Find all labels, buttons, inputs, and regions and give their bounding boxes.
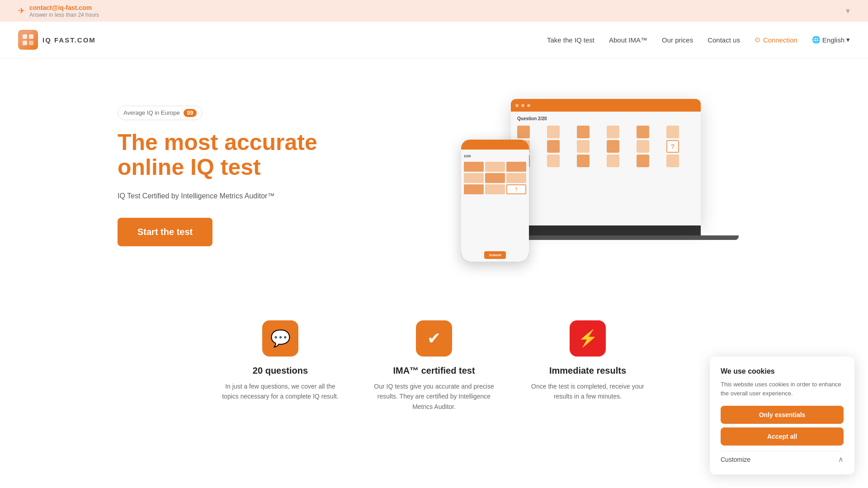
feature-card-certified: ✔ IMA™ certified test Our IQ tests give …	[371, 320, 497, 412]
feature-desc-results: Once the test is completed, receive your…	[524, 381, 651, 402]
cookie-essentials-button[interactable]: Only essentials	[721, 406, 844, 424]
globe-icon: 🌐	[812, 36, 821, 44]
email-icon: ✈	[18, 6, 25, 16]
phone-cell	[506, 162, 526, 172]
svg-rect-2	[23, 41, 27, 45]
navbar: IQ FAST.COM Take the IQ test About IMA™ …	[0, 22, 868, 58]
hero-image: Question 2/20	[335, 99, 850, 253]
grid-cell	[607, 155, 619, 167]
lang-chevron-icon: ▾	[846, 36, 850, 44]
top-bar-text: contact@iq-fast.com Answer in less than …	[29, 4, 99, 18]
topbar-dot-1	[515, 104, 519, 107]
laptop-base	[511, 225, 701, 235]
laptop-mockup: Question 2/20	[511, 99, 701, 240]
grid-cell-question: ?	[666, 140, 679, 153]
question-grid: ?	[517, 126, 694, 167]
phone-submit-btn: Submit	[484, 251, 505, 259]
feature-card-results: ⚡ Immediate results Once the test is com…	[524, 320, 651, 412]
grid-cell	[547, 155, 560, 167]
badge-number: 99	[184, 109, 197, 117]
phone-display: 2/20 ? Submit	[461, 140, 529, 262]
phone-cell	[485, 162, 505, 172]
connection-icon: ⊙	[755, 36, 760, 44]
laptop-topbar	[511, 99, 701, 112]
start-test-button[interactable]: Start the test	[118, 218, 212, 246]
nav-contact-us[interactable]: Contact us	[708, 36, 740, 44]
topbar-dot-3	[527, 104, 530, 107]
grid-cell	[577, 155, 590, 167]
grid-cell	[637, 140, 649, 153]
top-bar-contact: ✈ contact@iq-fast.com Answer in less tha…	[18, 4, 99, 18]
grid-cell	[607, 140, 619, 153]
phone-question-label: 2/20	[464, 154, 526, 158]
phone-cell-question: ?	[506, 184, 526, 194]
phone-cell	[464, 173, 484, 183]
cookie-title: We use cookies	[721, 367, 844, 375]
grid-cell	[666, 126, 679, 138]
email-link[interactable]: contact@iq-fast.com	[29, 4, 92, 11]
nav-take-iq-test[interactable]: Take the IQ test	[547, 36, 594, 44]
feature-title-questions: 20 questions	[253, 366, 308, 376]
laptop-screen: Question 2/20	[511, 99, 701, 225]
laptop-display: Question 2/20	[511, 99, 701, 225]
badge-label: Average IQ in Europe	[123, 109, 180, 116]
feature-title-certified: IMA™ certified test	[393, 366, 475, 376]
logo-icon	[18, 30, 38, 50]
cookie-desc: This website uses cookies in order to en…	[721, 380, 844, 398]
svg-rect-0	[23, 34, 27, 39]
language-selector[interactable]: 🌐 English ▾	[812, 36, 850, 44]
grid-cell	[517, 126, 530, 138]
feature-desc-certified: Our IQ tests give you accurate and preci…	[371, 381, 497, 412]
cookie-banner: We use cookies This website uses cookies…	[710, 357, 854, 430]
phone-cell	[485, 184, 505, 194]
cookie-accept-button[interactable]: Accept all	[721, 427, 844, 430]
feature-icon-results: ⚡	[570, 320, 606, 357]
phone-cell	[506, 173, 526, 183]
feature-title-results: Immediate results	[549, 366, 626, 376]
feature-card-questions: 💬 20 questions In just a few questions, …	[217, 320, 344, 412]
phone-content: 2/20 ? Submit	[461, 150, 529, 262]
nav-our-prices[interactable]: Our prices	[662, 36, 693, 44]
phone-mockup: 2/20 ? Submit	[461, 140, 529, 262]
feature-desc-questions: In just a few questions, we cover all th…	[217, 381, 344, 402]
grid-cell	[577, 140, 590, 153]
laptop-content: Question 2/20	[511, 112, 701, 225]
svg-rect-1	[29, 34, 33, 39]
nav-about-ima[interactable]: About IMA™	[609, 36, 647, 44]
phone-topbar	[461, 140, 529, 150]
phone-cell	[464, 162, 484, 172]
logo-text: IQ FAST.COM	[42, 36, 96, 44]
logo-link[interactable]: IQ FAST.COM	[18, 30, 96, 50]
grid-cell	[547, 140, 560, 153]
feature-icon-certified: ✔	[416, 320, 452, 357]
nav-links: Take the IQ test About IMA™ Our prices C…	[547, 36, 850, 44]
hero-title: The most accurate online IQ test	[118, 130, 335, 180]
phone-cell	[464, 184, 484, 194]
grid-cell	[637, 126, 649, 138]
svg-rect-3	[29, 41, 33, 45]
top-bar: ✈ contact@iq-fast.com Answer in less tha…	[0, 0, 868, 22]
top-bar-chevron[interactable]: ▾	[846, 6, 850, 16]
hero-content: Average IQ in Europe 99 The most accurat…	[118, 106, 335, 246]
connection-label: Connection	[763, 36, 797, 44]
grid-cell	[607, 126, 619, 138]
feature-icon-questions: 💬	[262, 320, 298, 357]
average-iq-badge: Average IQ in Europe 99	[118, 106, 203, 120]
connection-button[interactable]: ⊙ Connection	[755, 36, 797, 44]
language-label: English	[822, 36, 844, 44]
topbar-dot-2	[521, 104, 524, 107]
grid-cell	[637, 155, 649, 167]
question-label: Question 2/20	[517, 116, 694, 121]
hero-section: Average IQ in Europe 99 The most accurat…	[0, 58, 868, 293]
phone-grid: ?	[464, 162, 526, 194]
phone-cell	[485, 173, 505, 183]
device-mockups: Question 2/20	[484, 99, 701, 253]
response-time: Answer in less than 24 hours	[29, 12, 99, 18]
grid-cell	[666, 155, 679, 167]
hero-subtitle: IQ Test Certified by Intelligence Metric…	[118, 191, 335, 202]
grid-cell	[577, 126, 590, 138]
grid-cell	[547, 126, 560, 138]
